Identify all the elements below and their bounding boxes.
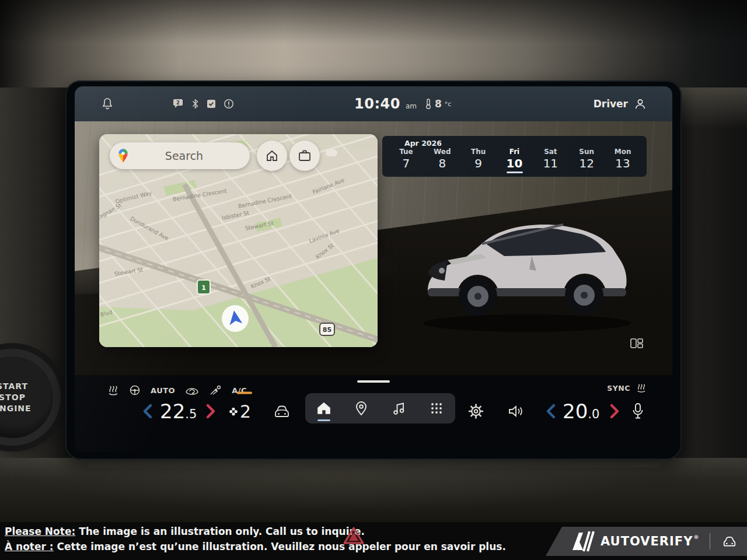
dock-navigation-button[interactable] bbox=[343, 393, 380, 424]
microphone-icon bbox=[631, 402, 644, 420]
thermometer-icon bbox=[425, 98, 432, 110]
dock-media-button[interactable] bbox=[381, 393, 418, 424]
outside-temperature: 8 °c bbox=[425, 98, 451, 110]
footer-strip: Please Note: The image is an illustratio… bbox=[0, 522, 747, 560]
home-icon bbox=[316, 401, 331, 415]
climate-bar: AUTO A/C SYNC bbox=[75, 375, 672, 452]
calendar-day[interactable]: Sun12 bbox=[568, 148, 605, 174]
svg-text:85: 85 bbox=[323, 326, 331, 334]
autoverify-banner: AUTOVERIFY® bbox=[546, 527, 747, 556]
messages-icon[interactable]: 2 bbox=[173, 99, 184, 109]
car-icon bbox=[721, 535, 738, 548]
bluetooth-icon[interactable] bbox=[191, 99, 199, 109]
status-bar: 2 10:40 am bbox=[75, 86, 672, 121]
disclaimer-en: Please Note: The image is an illustratio… bbox=[5, 526, 365, 537]
map-work-shortcut-button[interactable] bbox=[289, 141, 320, 171]
widget-layout-icon[interactable] bbox=[630, 338, 643, 348]
heated-seat-right-icon[interactable] bbox=[636, 383, 647, 393]
calendar-month: Apr 2026 bbox=[404, 139, 442, 148]
gear-icon bbox=[468, 404, 484, 419]
autoverify-brand: AUTOVERIFY® bbox=[601, 534, 699, 548]
home-icon bbox=[265, 149, 279, 163]
music-note-icon bbox=[392, 401, 406, 415]
settings-button[interactable] bbox=[468, 404, 484, 419]
briefcase-icon bbox=[298, 149, 312, 162]
screen-lower-trim bbox=[88, 462, 659, 467]
background-wall bbox=[0, 0, 747, 88]
dashboard-photo: START STOP ENGINE 2 bbox=[0, 0, 747, 560]
passenger-temp-up-button[interactable] bbox=[609, 403, 620, 419]
trans-canada-shield: 1 bbox=[197, 280, 210, 294]
auto-climate-button[interactable]: AUTO bbox=[151, 386, 175, 395]
map-pin-icon bbox=[355, 401, 368, 416]
map-widget[interactable]: 1 85 Optimist Way Bernadine Crescent bbox=[99, 134, 378, 347]
active-tab-indicator bbox=[317, 419, 330, 421]
air-direction-icon[interactable] bbox=[209, 384, 222, 396]
apps-grid-icon bbox=[430, 401, 444, 415]
calendar-day-selected[interactable]: Fri10 bbox=[497, 148, 533, 174]
calendar-day[interactable]: Mon13 bbox=[605, 148, 641, 174]
calendar-day[interactable]: Thu9 bbox=[460, 148, 497, 174]
route-shield: 85 bbox=[320, 323, 334, 335]
vehicle-image bbox=[410, 196, 644, 342]
map-home-shortcut-button[interactable] bbox=[257, 141, 287, 171]
app-dock bbox=[305, 393, 455, 424]
speaker-icon bbox=[508, 404, 524, 418]
autoverify-logo-icon bbox=[570, 531, 595, 552]
disclaimer-fr: À noter : Cette image n’est qu’une illus… bbox=[5, 541, 506, 552]
heated-steering-icon[interactable] bbox=[129, 384, 141, 396]
infotainment-screen: 2 10:40 am bbox=[65, 80, 682, 460]
driver-profile-button[interactable]: Driver bbox=[594, 97, 647, 110]
home-screen: 1 85 Optimist Way Bernadine Crescent bbox=[75, 121, 672, 375]
user-icon bbox=[634, 97, 647, 110]
background-wall-right bbox=[677, 88, 747, 128]
info-alert-icon[interactable] bbox=[224, 99, 234, 109]
driver-temp-down-button[interactable] bbox=[142, 403, 153, 419]
passenger-temp-down-button[interactable] bbox=[545, 403, 556, 419]
navigation-arrow bbox=[222, 305, 249, 332]
drag-handle[interactable] bbox=[357, 380, 390, 383]
voice-assistant-button[interactable] bbox=[631, 402, 644, 420]
driver-temp-up-button[interactable] bbox=[205, 403, 217, 419]
search-label: Search bbox=[129, 149, 239, 162]
heated-seat-left-icon[interactable] bbox=[107, 384, 119, 396]
vehicle-settings-button[interactable] bbox=[272, 404, 292, 419]
calendar-day[interactable]: Tue7 bbox=[388, 148, 424, 174]
dashboard-lower bbox=[0, 458, 747, 522]
clock: 10:40 am bbox=[354, 96, 417, 112]
google-maps-pin-icon bbox=[117, 148, 129, 164]
fan-level-bar bbox=[237, 392, 252, 394]
map-small-chip bbox=[326, 149, 337, 156]
dock-home-button[interactable] bbox=[305, 393, 343, 424]
update-check-icon[interactable] bbox=[207, 99, 216, 108]
dock-apps-button[interactable] bbox=[418, 393, 455, 424]
calendar-day[interactable]: Sat11 bbox=[532, 148, 568, 174]
driver-temperature: 22.5 bbox=[160, 400, 197, 423]
display: 2 10:40 am bbox=[75, 86, 672, 452]
notifications-bell-icon[interactable] bbox=[102, 97, 113, 110]
banner-divider bbox=[710, 533, 710, 550]
calendar-day[interactable]: Wed8 bbox=[424, 148, 460, 174]
svg-text:1: 1 bbox=[201, 284, 206, 292]
calendar-widget[interactable]: Apr 2026 Tue7 Wed8 Thu9 Fri10 Sat11 Sun1… bbox=[382, 136, 647, 177]
svg-text:2: 2 bbox=[176, 100, 180, 106]
volume-button[interactable] bbox=[508, 404, 524, 418]
map-search-field[interactable]: Search bbox=[110, 142, 250, 169]
fan-icon bbox=[229, 407, 238, 416]
recirculation-icon[interactable] bbox=[185, 385, 199, 396]
sync-button[interactable]: SYNC bbox=[607, 384, 630, 393]
hazard-light-button[interactable] bbox=[343, 526, 364, 545]
passenger-temperature: 20.0 bbox=[563, 400, 599, 423]
